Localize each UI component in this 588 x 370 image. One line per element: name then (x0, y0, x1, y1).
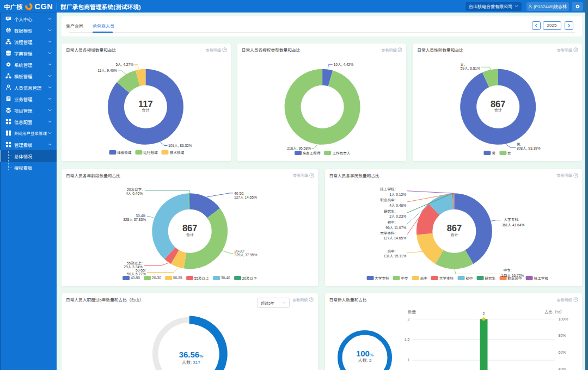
svg-text:100%: 100% (558, 317, 568, 321)
svg-text:80%: 80% (558, 334, 566, 337)
svg-text:合计: 合计 (142, 108, 149, 112)
svg-text:127人 14.65%: 127人 14.65% (383, 236, 406, 240)
svg-text:4人 0.46%: 4人 0.46% (389, 203, 406, 207)
svg-text:1.5: 1.5 (404, 337, 409, 341)
svg-text:361人 41.64%: 361人 41.64% (501, 223, 524, 227)
svg-text:占比（%）: 占比（%） (544, 310, 564, 314)
svg-text:96人 11.07%: 96人 11.07% (385, 226, 406, 230)
svg-text:808人, 93.19%: 808人, 93.19% (517, 146, 541, 150)
svg-text:100%: 100% (356, 349, 373, 358)
svg-text:合计: 合计 (186, 233, 194, 237)
svg-text:大学专科:: 大学专科: (504, 218, 519, 221)
svg-text:55及以上:: 55及以上: (127, 261, 143, 265)
svg-text:中专:: 中专: (503, 268, 511, 272)
svg-text:20及以下:: 20及以下: (127, 188, 143, 192)
svg-text:合计: 合计 (494, 108, 502, 112)
svg-text:328人 37.83%: 328人 37.83% (123, 218, 146, 221)
svg-text:1人 0.12%: 1人 0.12% (389, 193, 406, 196)
svg-text:11人, 9.40%: 11人, 9.40% (97, 69, 117, 72)
svg-text:人数: 2: 人数: 2 (358, 358, 371, 363)
svg-text:技工学校:: 技工学校: (380, 187, 395, 191)
svg-text:329人 37.95%: 329人 37.95% (235, 253, 258, 257)
svg-text:216人, 95.58%: 216人, 95.58% (287, 146, 311, 150)
svg-text:127人 14.65%: 127人 14.65% (234, 195, 257, 199)
svg-text:10人, 4.42%: 10人, 4.42% (333, 63, 353, 66)
svg-text:117: 117 (138, 99, 153, 109)
svg-text:职业高中:: 职业高中: (380, 198, 395, 202)
svg-text:60%: 60% (558, 350, 566, 354)
svg-text:867: 867 (182, 223, 198, 233)
svg-text:大学本科:: 大学本科: (380, 231, 395, 235)
svg-text:高中:: 高中: (387, 249, 395, 253)
svg-text:59人, 6.81%: 59人, 6.81% (461, 66, 480, 70)
svg-text:40-50:: 40-50: (234, 192, 244, 195)
svg-text:50人 5.77%: 50人 5.77% (127, 272, 146, 276)
svg-text:40%: 40% (558, 367, 566, 370)
svg-text:2: 2 (407, 317, 409, 321)
svg-text:36.56%: 36.56% (179, 350, 204, 359)
svg-text:研究生:: 研究生: (383, 209, 395, 213)
svg-text:人数: 317: 人数: 317 (182, 360, 200, 365)
svg-text:145人 16.72%: 145人 16.72% (501, 274, 524, 278)
svg-text:1: 1 (407, 358, 409, 362)
svg-text:4人 0.46%: 4人 0.46% (126, 192, 143, 195)
svg-text:初中:: 初中: (387, 220, 395, 224)
svg-text:5人, 4.27%: 5人, 4.27% (115, 63, 133, 66)
svg-text:数量: 数量 (408, 310, 416, 314)
svg-text:2人 0.23%: 2人 0.23% (389, 214, 406, 218)
svg-text:30-40:: 30-40: (136, 214, 146, 218)
svg-text:101人, 86.32%: 101人, 86.32% (168, 144, 192, 147)
svg-text:867: 867 (491, 99, 506, 109)
svg-text:131人 15.11%: 131人 15.11% (383, 254, 406, 258)
svg-text:867: 867 (446, 223, 462, 233)
svg-text:合计: 合计 (450, 233, 458, 237)
svg-text:20-30:: 20-30: (235, 249, 245, 253)
svg-text:2: 2 (482, 312, 485, 316)
svg-text:29人 3.34%: 29人 3.34% (124, 265, 143, 269)
